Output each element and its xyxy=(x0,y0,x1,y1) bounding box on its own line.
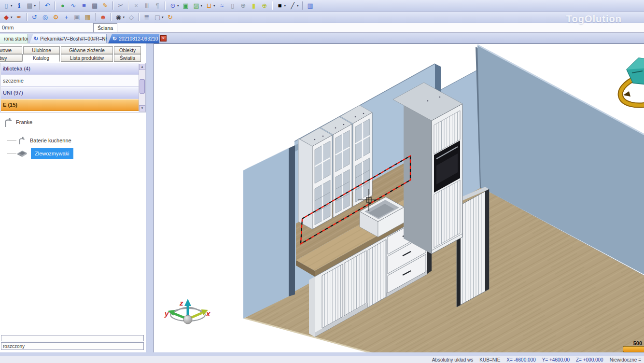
snap-point-icon[interactable]: ● xyxy=(58,1,68,11)
undo-icon[interactable]: ↶ xyxy=(42,1,52,11)
page-preview-icon: ▢ xyxy=(154,13,161,22)
dropdown-arrow-icon[interactable]: ▾ xyxy=(297,4,299,8)
dropdown-arrow-icon[interactable]: ▾ xyxy=(284,4,286,8)
coord-system-label: Absolutny układ ws xyxy=(432,357,474,363)
stamp-icon[interactable]: ✒ xyxy=(14,13,24,22)
column-yellow-icon[interactable]: ▮ xyxy=(249,1,259,11)
scroll-up-icon[interactable]: ▲ xyxy=(139,64,145,70)
panel-tab-obiekty[interactable]: Obiekty xyxy=(114,46,141,54)
dropdown-arrow-icon[interactable]: ▾ xyxy=(162,15,164,19)
spray-icon[interactable]: ≈ xyxy=(217,1,227,11)
image-icon[interactable]: ▨▾ xyxy=(192,1,204,11)
info-icon[interactable]: ℹ xyxy=(14,1,24,11)
tab-active-project[interactable]: ↻ 20210812-093210 * xyxy=(108,34,159,43)
undo-view-icon[interactable]: ↺ xyxy=(30,13,40,22)
list-item-selected[interactable]: E (15) xyxy=(1,99,139,111)
panel-tab-ulubione[interactable]: Ulubione xyxy=(23,46,60,54)
paint-bucket-icon[interactable]: ⊔▾ xyxy=(204,1,216,11)
dropdown-arrow-icon[interactable]: ▾ xyxy=(123,15,125,19)
tree-node-zlewozmywaki[interactable]: Zlewozmywaki xyxy=(16,147,73,160)
walk-mode-icon[interactable]: ☻ xyxy=(98,13,108,22)
cut-icon[interactable]: ✂ xyxy=(116,1,126,11)
frame-icon[interactable]: ▣ xyxy=(181,1,191,11)
axis-x-label: x xyxy=(206,309,210,318)
material-fill-icon[interactable]: ◆▾ xyxy=(1,13,14,22)
offset-value-field[interactable]: 0mm xyxy=(2,25,14,30)
panel-tab-lista-produktow[interactable]: Lista produktów xyxy=(61,54,113,62)
dropdown-arrow-icon[interactable]: ▾ xyxy=(11,15,13,19)
kub-status: KUB=NIE xyxy=(479,357,500,363)
list-item-biblioteka[interactable]: iblioteka (4) xyxy=(1,63,139,75)
visibility-eye-icon[interactable]: ◉▾ xyxy=(114,13,126,22)
erase-icon[interactable]: × xyxy=(131,1,141,11)
kitchen-scene: z y x xyxy=(154,44,644,356)
paint-pot-icon[interactable]: ◎ xyxy=(41,13,50,22)
erase-icon: × xyxy=(132,1,140,11)
tree-connector xyxy=(7,140,16,141)
hatch-lines-icon[interactable]: ≡ xyxy=(79,1,89,11)
list-scrollbar[interactable]: ▲ ▼ xyxy=(139,64,145,112)
navigation-compass[interactable] xyxy=(617,58,644,110)
wireframe-cube-icon[interactable]: ◇ xyxy=(126,13,136,22)
archive-box-icon[interactable]: ▦ xyxy=(83,13,93,22)
toolbar-separator xyxy=(139,13,140,21)
tab-start-page[interactable]: rona startowa xyxy=(0,34,28,43)
tree-node-franke[interactable]: Franke xyxy=(3,116,32,128)
new-drawing-icon: ▯ xyxy=(2,1,10,11)
tab-piekarniki[interactable]: ↻ Piekarniki#V=Bosh#I=00#R=NR xyxy=(29,34,107,43)
rotate-view-icon[interactable]: ↻ xyxy=(166,13,175,22)
line-style-icon[interactable]: ╱▾ xyxy=(288,1,300,11)
panel-tab-podstawowe[interactable]: tawowe xyxy=(0,46,22,54)
material-fill-icon: ◆ xyxy=(2,13,10,22)
window-panel-icon[interactable]: ▥ xyxy=(306,1,315,11)
draw-curve-icon[interactable]: ∿ xyxy=(69,1,78,11)
close-tab-icon[interactable]: × xyxy=(160,35,167,42)
column-gray-icon[interactable]: ▯ xyxy=(228,1,238,11)
edit-tool-icon[interactable]: ✎ xyxy=(100,1,110,11)
keyboard-icon[interactable]: ▤ xyxy=(90,1,99,11)
undo-icon: ↶ xyxy=(43,1,51,11)
panel-tab-katalog[interactable]: Katalog xyxy=(22,54,60,62)
bolt-gray-icon[interactable]: ⊕ xyxy=(238,1,248,11)
dropdown-arrow-icon[interactable]: ▾ xyxy=(177,4,179,8)
bolt-yellow-icon[interactable]: ⊕ xyxy=(260,1,269,11)
layers-icon[interactable]: ≣ xyxy=(142,13,152,22)
tree-node-baterie-kuchenne[interactable]: Baterie kuchenne xyxy=(17,135,71,146)
axis-y-label: y xyxy=(164,309,169,318)
draw-curve-icon: ∿ xyxy=(70,1,77,11)
array-columns-icon[interactable]: Ⅲ xyxy=(142,1,152,11)
dropdown-arrow-icon[interactable]: ▾ xyxy=(34,4,36,8)
dropdown-arrow-icon[interactable]: ▾ xyxy=(201,4,203,8)
copy-icon[interactable]: ▣ xyxy=(72,13,82,22)
zoom-icon[interactable]: ⊙▾ xyxy=(168,1,180,11)
scroll-down-icon[interactable]: ▼ xyxy=(139,105,145,112)
print-icon[interactable]: ▤▾ xyxy=(25,1,37,11)
undo-view-icon: ↺ xyxy=(31,13,39,22)
panel-tab-swiatla[interactable]: Światła xyxy=(114,54,141,62)
dropdown-arrow-icon[interactable]: ▾ xyxy=(213,4,215,8)
viewport-3d[interactable]: z y x 500 xyxy=(154,43,644,356)
new-drawing-icon[interactable]: ▯▾ xyxy=(1,1,14,11)
color-swatch-icon[interactable]: ■▾ xyxy=(275,1,287,11)
scrollbar-thumb[interactable] xyxy=(140,79,145,94)
wall-name-tab[interactable]: Ściana xyxy=(93,23,117,32)
keyboard-icon: ▤ xyxy=(91,1,98,11)
document-icon: ↻ xyxy=(112,36,117,42)
mirror-icon[interactable]: ¶ xyxy=(153,1,162,11)
list-item-uni[interactable]: UNI (97) xyxy=(1,87,139,99)
zoom-icon: ⊙ xyxy=(169,1,177,11)
panel-footer-mode: roszczony xyxy=(1,342,144,350)
panel-tab-glowne-zlozenie[interactable]: Główne złożenie xyxy=(61,46,113,54)
panel-tab-listwy[interactable]: twy xyxy=(0,54,22,62)
page-preview-icon[interactable]: ▢▾ xyxy=(153,13,165,22)
bottom-gap xyxy=(0,352,644,356)
dropdown-arrow-icon[interactable]: ▾ xyxy=(11,4,13,8)
list-item-szczenie[interactable]: szczenie xyxy=(1,75,139,87)
archive-box-icon: ▦ xyxy=(84,13,92,22)
snap-point-icon: ● xyxy=(59,1,67,11)
array-columns-icon: Ⅲ xyxy=(143,1,151,11)
toolbar-separator xyxy=(165,1,166,10)
wrench-icon[interactable]: ⚙ xyxy=(51,13,61,22)
toolbar-separator xyxy=(302,1,303,10)
move-icon[interactable]: + xyxy=(62,13,71,22)
